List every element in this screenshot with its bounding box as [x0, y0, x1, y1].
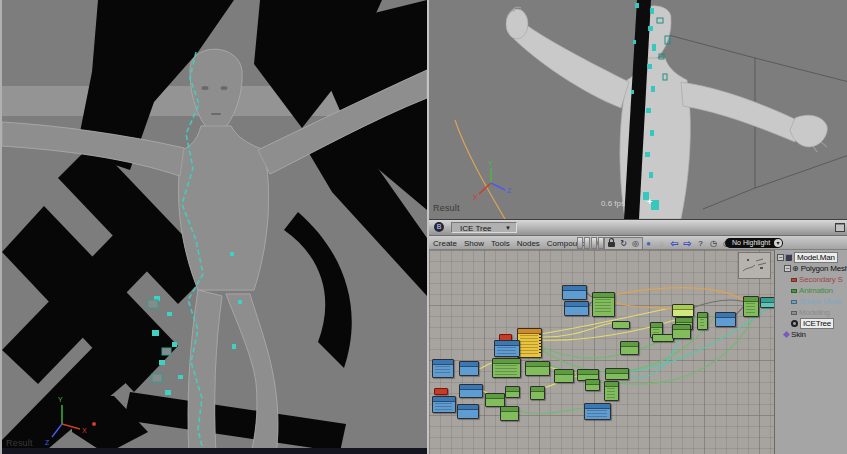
- ice-content: −Model.Man−⊕Polygon MeshSecondary SAnima…: [429, 250, 847, 454]
- graph-node[interactable]: [525, 361, 550, 376]
- graph-node[interactable]: [530, 386, 545, 400]
- separator: [591, 237, 597, 249]
- graph-node[interactable]: [605, 368, 629, 380]
- graph-node[interactable]: [485, 393, 505, 407]
- graph-node[interactable]: [434, 388, 448, 395]
- explorer-item-skin[interactable]: Skin: [775, 329, 847, 340]
- explorer-label: Secondary S: [799, 275, 843, 284]
- viewport-right-scene: Y Z X: [429, 0, 847, 219]
- explorer-item-animation[interactable]: Animation: [775, 285, 847, 296]
- help-button[interactable]: ?: [695, 238, 706, 249]
- graph-node[interactable]: [494, 340, 520, 357]
- node-header: [458, 405, 478, 410]
- explorer-item-model-man[interactable]: −Model.Man: [775, 252, 847, 263]
- graph-node[interactable]: [564, 301, 589, 316]
- viewport-right-result-label: Result: [433, 203, 460, 213]
- graph-node[interactable]: [672, 324, 691, 339]
- lock-button[interactable]: [606, 238, 617, 249]
- explorer-item-polygon-mesh[interactable]: −⊕Polygon Mesh: [775, 263, 847, 274]
- explorer-item-secondary-s[interactable]: Secondary S: [775, 274, 847, 285]
- timer-button[interactable]: ◷: [708, 238, 719, 249]
- fps-plus-sign: +: [647, 197, 652, 207]
- explorer-tree: −Model.Man−⊕Polygon MeshSecondary SAnima…: [775, 250, 847, 340]
- menu-show[interactable]: Show: [464, 239, 484, 248]
- node-connections: [429, 250, 775, 454]
- graph-node[interactable]: [492, 358, 521, 378]
- refresh-button[interactable]: ↻: [618, 238, 629, 249]
- nav-forward-button[interactable]: ⇨: [682, 238, 693, 249]
- graph-node[interactable]: [459, 361, 479, 376]
- graph-node[interactable]: [457, 404, 479, 419]
- viewport-right[interactable]: Y Z X Result: [429, 0, 847, 219]
- view-selector-dropdown[interactable]: ICE Tree ▼: [451, 222, 517, 233]
- graph-node[interactable]: [715, 312, 736, 327]
- explorer-panel: −Model.Man−⊕Polygon MeshSecondary SAnima…: [775, 250, 847, 454]
- axis-y-label-right: Y: [488, 160, 493, 167]
- menu-nodes[interactable]: Nodes: [517, 239, 540, 248]
- graph-node[interactable]: [743, 296, 759, 317]
- separator: [584, 237, 590, 249]
- graph-node[interactable]: [585, 379, 600, 391]
- graph-node[interactable]: [592, 292, 615, 317]
- graph-node[interactable]: [672, 304, 694, 317]
- graph-node[interactable]: [500, 406, 519, 421]
- nav-back-button[interactable]: ⇦: [669, 238, 680, 249]
- graph-node[interactable]: [697, 312, 708, 330]
- node-header: [565, 302, 588, 307]
- expander-icon[interactable]: −: [784, 265, 791, 272]
- chevron-down-icon: ▼: [505, 223, 511, 234]
- application-window: Y X Z Result: [0, 0, 847, 454]
- window-restore-button[interactable]: [835, 223, 845, 232]
- highlight-dropdown[interactable]: No Highlight ▾: [725, 238, 783, 248]
- viewport-left[interactable]: Y X Z Result: [2, 0, 429, 454]
- graph-node[interactable]: [612, 321, 630, 329]
- toolbar-buttons: ●◌⇦⇨?◷◶: [643, 237, 732, 249]
- explorer-label: ICETree: [800, 318, 834, 329]
- target-button[interactable]: ◎: [630, 238, 641, 249]
- viewport-left-result-label: Result: [6, 438, 33, 448]
- fps-counter: 0.6 fps: [601, 199, 625, 208]
- explorer-label: Skin: [791, 330, 806, 339]
- menu-create[interactable]: Create: [433, 239, 457, 248]
- node-header: [526, 362, 549, 367]
- node-header: [433, 397, 455, 402]
- graph-node[interactable]: [554, 369, 574, 383]
- axis-x-label-right: X: [473, 194, 478, 201]
- globe-button[interactable]: ●: [643, 238, 654, 249]
- graph-node[interactable]: [760, 297, 775, 308]
- explorer-item-modeling[interactable]: Modeling: [775, 307, 847, 318]
- node-header: [621, 342, 638, 347]
- explorer-item-shape-mode[interactable]: Shape Mode: [775, 296, 847, 307]
- node-header: [585, 404, 610, 409]
- graph-node[interactable]: [517, 328, 542, 358]
- graph-node[interactable]: [432, 396, 456, 413]
- ghost-button[interactable]: ◌: [656, 238, 667, 249]
- graph-node[interactable]: [562, 285, 587, 300]
- graph-node[interactable]: [652, 334, 674, 342]
- menu-tools[interactable]: Tools: [491, 239, 510, 248]
- graph-node[interactable]: [432, 359, 454, 378]
- node-header: [673, 305, 693, 310]
- node-graph-canvas[interactable]: [429, 250, 775, 454]
- flag-icon: [791, 278, 797, 282]
- explorer-label: Shape Mode: [799, 297, 842, 306]
- ice-tree-icon[interactable]: B: [434, 222, 444, 232]
- graph-node[interactable]: [604, 381, 619, 401]
- graph-node[interactable]: [620, 341, 639, 355]
- node-header: [606, 369, 628, 374]
- expander-icon[interactable]: −: [777, 254, 784, 261]
- view-selector-label: ICE Tree: [460, 224, 492, 233]
- flag-icon: [791, 289, 797, 293]
- viewport-left-scene: Y X Z: [2, 0, 427, 454]
- node-header: [593, 293, 614, 298]
- graph-navigator-thumbnail[interactable]: [738, 252, 771, 279]
- graph-node[interactable]: [505, 386, 520, 398]
- gear-icon: [791, 320, 798, 327]
- node-header: [501, 407, 518, 412]
- ice-tab-bar: B ICE Tree ▼: [429, 220, 847, 236]
- node-header: [698, 313, 707, 318]
- explorer-item-icetree[interactable]: ICETree: [775, 318, 847, 329]
- node-header: [605, 382, 618, 387]
- graph-node[interactable]: [584, 403, 611, 420]
- graph-node[interactable]: [459, 384, 483, 398]
